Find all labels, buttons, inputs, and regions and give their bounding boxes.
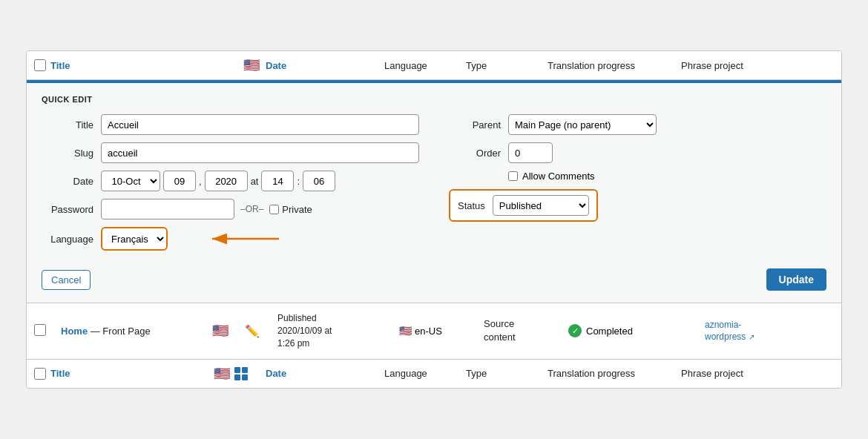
footer-title-col[interactable]: Title (50, 368, 70, 379)
status-row: Status Published Draft Pending Review (449, 189, 826, 222)
select-all-checkbox[interactable] (34, 59, 46, 71)
footer-select-all-checkbox[interactable] (34, 368, 46, 380)
date-day-input[interactable] (163, 171, 196, 191)
parent-select[interactable]: Main Page (no parent) (508, 114, 657, 135)
row-date-cell: Published 2020/10/09 at 1:26 pm (277, 312, 396, 349)
footer-title-cell: Title (34, 368, 206, 380)
parent-label: Parent (449, 119, 501, 131)
row-checkbox-cell (34, 324, 58, 338)
date-year-input[interactable] (205, 171, 248, 191)
title-input[interactable] (101, 114, 419, 135)
phrase-project-col-header: Phrase project (681, 60, 770, 71)
slug-label: Slug (42, 148, 93, 159)
row-type-cell: Source content (484, 317, 565, 344)
footer-us-flag-icon: 🇺🇸 (214, 366, 230, 382)
row-us-flag-icon: 🇺🇸 (212, 323, 228, 339)
language-select-wrapper: Français (101, 227, 168, 251)
page-subtitle: — Front Page (91, 326, 151, 337)
footer-grid-icon (234, 367, 248, 380)
row-phrase-cell: aznomia- wordpress ↗ (705, 319, 794, 344)
row-language-cell: 🇺🇸 en-US (399, 325, 481, 337)
update-button[interactable]: Update (766, 268, 826, 291)
private-label[interactable]: Private (269, 204, 312, 215)
quick-edit-right: Parent Main Page (no parent) Order Allow… (449, 114, 826, 251)
type-col-header: Type (466, 60, 548, 71)
title-row: Title (42, 114, 419, 135)
date-at-text: at (251, 176, 259, 187)
us-flag-icon: 🇺🇸 (243, 57, 260, 73)
date-colon: : (297, 176, 300, 187)
quick-edit-title: QUICK EDIT (42, 95, 826, 104)
date-label: Date (42, 176, 93, 187)
date-col-header[interactable]: Date (266, 60, 384, 71)
translation-progress-col-header: Translation progress (548, 60, 681, 71)
row-lang-flag-icon: 🇺🇸 (399, 325, 412, 337)
order-row: Order (449, 142, 826, 163)
quick-edit-actions: Cancel Update (42, 261, 826, 291)
password-label: Password (42, 204, 93, 215)
allow-comments-label[interactable]: Allow Comments (508, 171, 595, 182)
quick-edit-panel: QUICK EDIT Title Slug Date (27, 80, 841, 303)
parent-row: Parent Main Page (no parent) (449, 114, 826, 135)
flag-icons-cell: 🇺🇸 (206, 57, 266, 73)
quick-edit-grid: Title Slug Date 10-Oct , (42, 114, 826, 251)
row-checkbox[interactable] (34, 324, 46, 336)
private-checkbox[interactable] (269, 205, 279, 214)
footer-type-col: Type (466, 368, 548, 379)
footer-language-col: Language (384, 368, 466, 379)
date-comma: , (199, 176, 202, 187)
edit-pencil-icon[interactable]: ✏️ (245, 325, 260, 337)
footer-phrase-col: Phrase project (681, 368, 770, 379)
page-title-link[interactable]: Home — Front Page (61, 326, 151, 337)
row-edit-cell: ✏️ (245, 324, 274, 338)
home-page-row: Home — Front Page 🇺🇸 ✏️ Published 2020/1… (27, 303, 841, 359)
cancel-button[interactable]: Cancel (42, 270, 91, 290)
row-progress-cell: ✓ Completed (568, 324, 702, 337)
footer-date-col[interactable]: Date (266, 368, 384, 379)
password-row: Password –OR– Private (42, 199, 419, 220)
status-label: Status (458, 200, 485, 211)
footer-progress-col: Translation progress (548, 368, 681, 379)
password-inputs: –OR– Private (101, 199, 312, 220)
slug-input[interactable] (101, 142, 419, 163)
title-col-header[interactable]: Title (50, 60, 70, 71)
allow-comments-row: Allow Comments (449, 171, 826, 182)
date-month-select[interactable]: 10-Oct (101, 171, 160, 191)
private-text: Private (282, 204, 312, 215)
order-label: Order (449, 148, 501, 159)
wp-pages-table: Title 🇺🇸 Date Language Type Translation … (26, 50, 842, 388)
external-link-icon: ↗ (749, 333, 754, 341)
quick-edit-left: Title Slug Date 10-Oct , (42, 114, 419, 251)
language-select[interactable]: Français (101, 227, 168, 251)
orange-arrow-annotation (197, 224, 286, 254)
date-min-input[interactable] (303, 171, 335, 191)
title-label: Title (42, 119, 93, 131)
completed-check-icon: ✓ (568, 324, 582, 337)
language-row: Language Français (42, 227, 419, 251)
footer-flag-icons-cell: 🇺🇸 (206, 366, 266, 382)
date-row: Date 10-Oct , at : (42, 171, 419, 191)
allow-comments-text: Allow Comments (522, 171, 595, 182)
row-flag-cell: 🇺🇸 (212, 323, 242, 339)
status-bordered-box: Status Published Draft Pending Review (449, 189, 598, 222)
title-header-cell: Title (34, 59, 206, 71)
language-label: Language (42, 234, 93, 245)
date-hour-input[interactable] (261, 171, 294, 191)
language-col-header: Language (384, 60, 466, 71)
or-text: –OR– (240, 204, 263, 214)
status-select[interactable]: Published Draft Pending Review (493, 195, 589, 216)
password-input[interactable] (101, 199, 234, 220)
table-header-top: Title 🇺🇸 Date Language Type Translation … (27, 51, 841, 80)
allow-comments-checkbox[interactable] (508, 171, 518, 181)
order-input[interactable] (508, 142, 553, 163)
slug-row: Slug (42, 142, 419, 163)
table-header-bottom: Title 🇺🇸 Date Language Type Translation … (27, 360, 841, 388)
date-inputs: 10-Oct , at : (101, 171, 335, 191)
phrase-project-link[interactable]: aznomia- wordpress ↗ (705, 320, 754, 343)
page-title-cell: Home — Front Page (61, 326, 209, 337)
